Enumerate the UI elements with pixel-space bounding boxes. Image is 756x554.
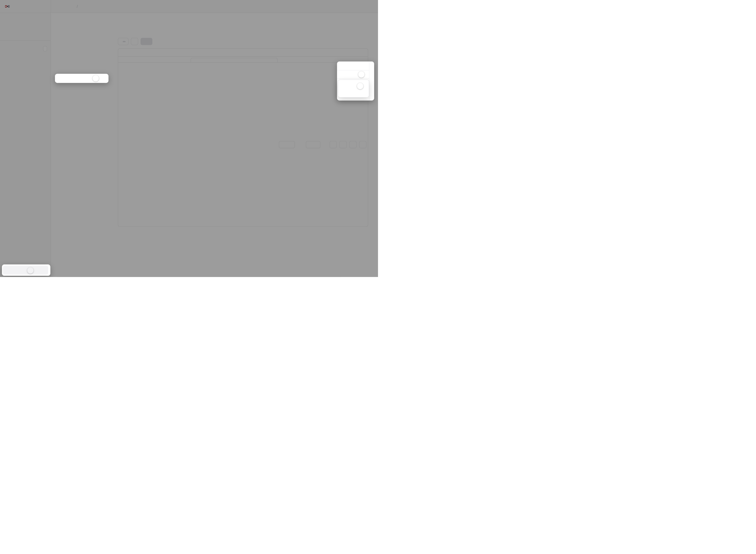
spotlight-settings: [2, 265, 51, 276]
step-badge-3: [358, 71, 365, 77]
action-column-header: [337, 61, 369, 70]
dots-vertical-icon: [351, 98, 355, 101]
tutorial-dim-overlay: [0, 0, 378, 277]
dots-vertical-icon: [351, 73, 355, 76]
row-actions-button[interactable]: [350, 72, 356, 77]
row-actions-button[interactable]: [350, 97, 356, 101]
archive-icon: [341, 91, 345, 94]
edit-icon: [341, 83, 345, 87]
gear-icon: [6, 268, 10, 272]
divider: [337, 70, 369, 70]
row-actions-menu: [338, 79, 369, 97]
step-badge-1: [27, 267, 34, 274]
menu-item-archive[interactable]: [339, 89, 368, 96]
sidebar-item-settings[interactable]: [3, 266, 48, 275]
spotlight-scores-evaluation[interactable]: [55, 74, 109, 83]
step-badge-2: [93, 75, 99, 81]
divider: [369, 61, 369, 101]
app-root: /: [0, 0, 378, 277]
step-badge-4: [357, 83, 363, 89]
menu-item-edit[interactable]: [339, 80, 368, 89]
